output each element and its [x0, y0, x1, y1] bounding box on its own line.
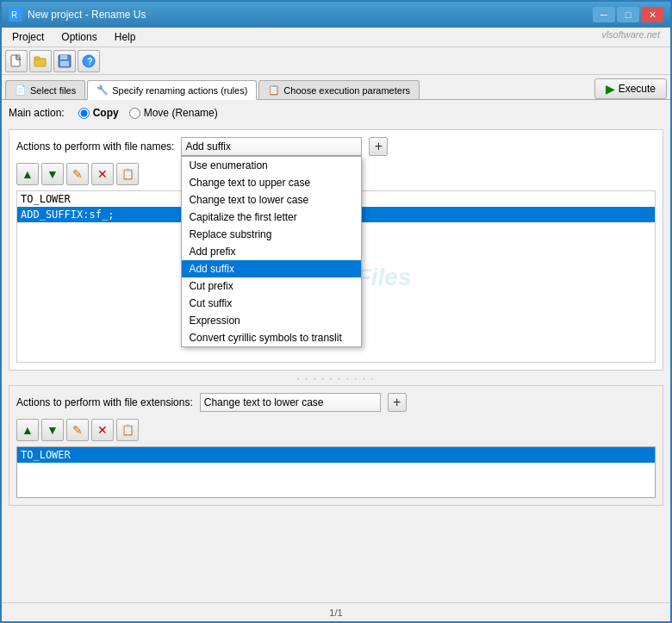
- open-button[interactable]: [29, 50, 52, 72]
- option-lower-case[interactable]: Change text to lower case: [182, 191, 361, 209]
- svg-rect-5: [34, 57, 40, 59]
- extension-label: Actions to perform with file extensions:: [16, 396, 193, 408]
- tab-specify-actions-icon: 🔧: [96, 84, 109, 96]
- option-cut-prefix[interactable]: Cut prefix: [182, 277, 361, 295]
- option-replace[interactable]: Replace substring: [182, 226, 361, 243]
- menu-bar: Project Options Help vlsoftware.net: [2, 28, 670, 47]
- extension-copy-button[interactable]: 📋: [116, 419, 139, 441]
- option-add-suffix[interactable]: Add suffix: [182, 260, 361, 277]
- execute-label: Execute: [619, 83, 656, 95]
- extension-add-button[interactable]: +: [388, 393, 407, 412]
- new-button[interactable]: [5, 50, 28, 72]
- file-names-dropdown[interactable]: Add suffix: [181, 137, 362, 156]
- main-action-label: Main action:: [9, 107, 65, 119]
- title-bar-controls: ─ □ ✕: [593, 7, 663, 22]
- title-bar-left: R New project - Rename Us: [9, 8, 146, 22]
- option-cut-suffix[interactable]: Cut suffix: [182, 295, 361, 312]
- menu-project[interactable]: Project: [5, 29, 51, 45]
- status-bar: 1/1: [2, 602, 670, 621]
- option-add-prefix[interactable]: Add prefix: [182, 243, 361, 260]
- radio-move-label: Move (Rename): [144, 107, 218, 119]
- divider: · · · · · · · · · ·: [9, 374, 663, 383]
- radio-move[interactable]: Move (Rename): [129, 107, 218, 119]
- minimize-button[interactable]: ─: [593, 7, 615, 22]
- tab-specify-actions-label: Specify renaming actions (rules): [112, 85, 247, 96]
- watermark: vlsoftware.net: [146, 29, 667, 45]
- content-area: Main action: Copy Move (Rename) Actions …: [2, 100, 670, 620]
- tab-select-files[interactable]: 📄 Select files: [5, 80, 85, 99]
- radio-copy-input[interactable]: [78, 108, 90, 119]
- extension-dropdown-wrap: Change text to lower case: [200, 393, 381, 412]
- extension-down-button[interactable]: ▼: [41, 419, 64, 441]
- tab-execution-params-label: Choose execution parameters: [283, 85, 410, 96]
- file-names-add-button[interactable]: +: [369, 137, 388, 156]
- file-names-edit-button[interactable]: ✎: [66, 163, 89, 185]
- file-extensions-section: Actions to perform with file extensions:…: [9, 385, 663, 506]
- toolbar: ?: [2, 47, 670, 75]
- maximize-button[interactable]: □: [617, 7, 639, 22]
- menu-options[interactable]: Options: [54, 29, 103, 45]
- option-expression[interactable]: Expression: [182, 312, 361, 329]
- save-button[interactable]: [53, 50, 76, 72]
- tab-execution-params-icon: 📋: [268, 84, 280, 96]
- svg-text:?: ?: [87, 56, 93, 66]
- tab-specify-actions[interactable]: 🔧 Specify renaming actions (rules): [87, 80, 257, 100]
- radio-group: Copy Move (Rename): [78, 107, 218, 119]
- main-window: R New project - Rename Us ─ □ ✕ Project …: [0, 0, 672, 623]
- radio-copy-label: Copy: [93, 107, 119, 119]
- svg-rect-7: [60, 55, 67, 59]
- menu-help[interactable]: Help: [108, 29, 143, 45]
- status-text: 1/1: [329, 607, 342, 618]
- window-title: New project - Rename Us: [28, 9, 146, 21]
- file-names-label: Actions to perform with file names:: [16, 140, 174, 153]
- option-cyrillic[interactable]: Convert cyrillic symbols to translit: [182, 329, 361, 346]
- option-use-enumeration[interactable]: Use enumeration: [182, 157, 361, 174]
- file-names-copy-button[interactable]: 📋: [116, 163, 139, 185]
- extension-delete-button[interactable]: ✕: [91, 419, 114, 441]
- execute-button[interactable]: ▶ Execute: [594, 78, 667, 99]
- svg-rect-8: [60, 61, 69, 66]
- radio-copy[interactable]: Copy: [78, 107, 119, 119]
- file-names-dropdown-list: Use enumeration Change text to upper cas…: [181, 156, 362, 347]
- extension-up-button[interactable]: ▲: [16, 419, 39, 441]
- main-action-row: Main action: Copy Move (Rename): [9, 107, 663, 119]
- extension-dropdown[interactable]: Change text to lower case: [200, 393, 381, 412]
- tabs-bar: 📄 Select files 🔧 Specify renaming action…: [2, 75, 670, 100]
- extension-header: Actions to perform with file extensions:…: [16, 393, 656, 412]
- extension-action-buttons: ▲ ▼ ✎ ✕ 📋: [16, 419, 656, 441]
- file-names-up-button[interactable]: ▲: [16, 163, 39, 185]
- close-button[interactable]: ✕: [641, 7, 663, 22]
- extension-edit-button[interactable]: ✎: [66, 419, 89, 441]
- tab-select-files-icon: 📄: [15, 84, 27, 96]
- svg-text:R: R: [11, 10, 17, 20]
- file-names-delete-button[interactable]: ✕: [91, 163, 114, 185]
- option-upper-case[interactable]: Change text to upper case: [182, 174, 361, 191]
- extension-list: TO_LOWER: [16, 446, 656, 498]
- help-button[interactable]: ?: [78, 50, 100, 72]
- radio-move-input[interactable]: [129, 108, 140, 119]
- title-bar: R New project - Rename Us ─ □ ✕: [2, 2, 670, 28]
- execute-play-icon: ▶: [606, 82, 615, 96]
- file-names-section: Actions to perform with file names: Add …: [9, 129, 663, 371]
- file-names-dropdown-wrap: Add suffix Use enumeration Change text t…: [181, 137, 362, 156]
- tab-select-files-label: Select files: [30, 85, 76, 96]
- tab-execution-params[interactable]: 📋 Choose execution parameters: [258, 80, 420, 99]
- file-names-header: Actions to perform with file names: Add …: [16, 137, 656, 156]
- option-capitalize[interactable]: Capitalize the first letter: [182, 209, 361, 226]
- app-icon: R: [9, 8, 22, 22]
- file-names-down-button[interactable]: ▼: [41, 163, 64, 185]
- extension-list-item-0[interactable]: TO_LOWER: [17, 447, 655, 463]
